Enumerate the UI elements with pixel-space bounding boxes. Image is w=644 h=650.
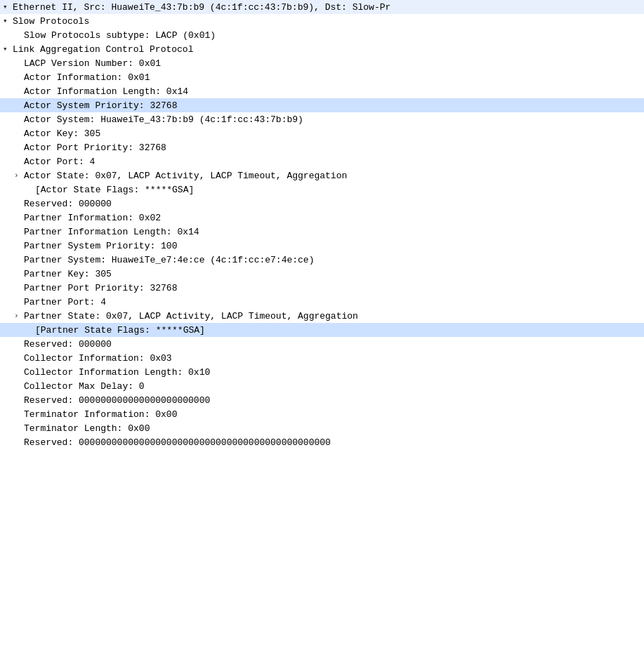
expand-icon: › bbox=[14, 171, 22, 180]
tree-row[interactable]: Collector Information: 0x03 bbox=[0, 351, 644, 365]
tree-row[interactable]: Partner System Priority: 100 bbox=[0, 239, 644, 253]
row-text: Reserved: 000000 bbox=[24, 339, 641, 350]
row-text: Reserved: 000000 bbox=[24, 199, 641, 209]
tree-row[interactable]: ›Partner State: 0x07, LACP Activity, LAC… bbox=[0, 309, 644, 323]
expand-icon: › bbox=[14, 312, 22, 320]
tree-row[interactable]: Partner Information: 0x02 bbox=[0, 211, 644, 225]
tree-row[interactable]: ▾Link Aggregation Control Protocol bbox=[0, 42, 644, 56]
row-text: Partner Information: 0x02 bbox=[24, 213, 641, 223]
tree-row[interactable]: Actor Port: 4 bbox=[0, 154, 644, 168]
row-text: Partner Port Priority: 32768 bbox=[24, 283, 641, 293]
row-text: Ethernet II, Src: HuaweiTe_43:7b:b9 (4c:… bbox=[13, 2, 641, 13]
collapse-icon: ▾ bbox=[3, 3, 11, 11]
tree-row[interactable]: Terminator Length: 0x00 bbox=[0, 421, 644, 435]
tree-row[interactable]: ▾Slow Protocols bbox=[0, 14, 644, 28]
tree-row[interactable]: Slow Protocols subtype: LACP (0x01) bbox=[0, 28, 644, 42]
tree-row[interactable]: ▾Ethernet II, Src: HuaweiTe_43:7b:b9 (4c… bbox=[0, 0, 644, 14]
row-text: Partner Port: 4 bbox=[24, 297, 641, 307]
tree-row[interactable]: Partner Port: 4 bbox=[0, 295, 644, 309]
row-text: Actor Port Priority: 32768 bbox=[24, 142, 641, 153]
tree-row[interactable]: Partner Information Length: 0x14 bbox=[0, 225, 644, 239]
tree-row[interactable]: Reserved: 000000000000000000000000 bbox=[0, 393, 644, 407]
tree-row[interactable]: Reserved: 000000000000000000000000000000… bbox=[0, 435, 644, 449]
row-text: [Actor State Flags: *****GSA] bbox=[35, 185, 641, 195]
tree-row[interactable]: Actor Information Length: 0x14 bbox=[0, 84, 644, 98]
row-text: Link Aggregation Control Protocol bbox=[13, 44, 641, 55]
tree-row[interactable]: Partner Key: 305 bbox=[0, 267, 644, 281]
row-text: LACP Version Number: 0x01 bbox=[24, 58, 641, 69]
row-text: Actor System: HuaweiTe_43:7b:b9 (4c:1f:c… bbox=[24, 114, 641, 125]
row-text: Actor Port: 4 bbox=[24, 157, 641, 167]
tree-row[interactable]: LACP Version Number: 0x01 bbox=[0, 56, 644, 70]
row-text: Partner State: 0x07, LACP Activity, LACP… bbox=[24, 311, 641, 321]
tree-row[interactable]: Collector Information Length: 0x10 bbox=[0, 365, 644, 379]
row-text: Partner System Priority: 100 bbox=[24, 241, 641, 251]
row-text: Partner Key: 305 bbox=[24, 269, 641, 279]
row-text: Collector Information: 0x03 bbox=[24, 353, 641, 364]
row-text: Actor State: 0x07, LACP Activity, LACP T… bbox=[24, 171, 641, 181]
row-text: Terminator Length: 0x00 bbox=[24, 423, 641, 434]
packet-tree: ▾Ethernet II, Src: HuaweiTe_43:7b:b9 (4c… bbox=[0, 0, 644, 449]
collapse-icon: ▾ bbox=[3, 45, 11, 53]
row-text: Reserved: 000000000000000000000000 bbox=[24, 395, 641, 406]
tree-row[interactable]: Terminator Information: 0x00 bbox=[0, 407, 644, 421]
tree-row[interactable]: Partner System: HuaweiTe_e7:4e:ce (4c:1f… bbox=[0, 253, 644, 267]
row-text: Actor Key: 305 bbox=[24, 128, 641, 139]
tree-row[interactable]: Actor Key: 305 bbox=[0, 126, 644, 140]
collapse-icon: ▾ bbox=[3, 17, 11, 25]
tree-row[interactable]: ›Actor State: 0x07, LACP Activity, LACP … bbox=[0, 168, 644, 183]
row-text: Terminator Information: 0x00 bbox=[24, 409, 641, 420]
tree-row[interactable]: Reserved: 000000 bbox=[0, 337, 644, 351]
tree-row[interactable]: Actor System Priority: 32768 bbox=[0, 98, 644, 112]
row-text: Collector Information Length: 0x10 bbox=[24, 367, 641, 378]
tree-row[interactable]: Partner Port Priority: 32768 bbox=[0, 281, 644, 295]
row-text: Slow Protocols subtype: LACP (0x01) bbox=[24, 30, 641, 41]
row-text: Partner System: HuaweiTe_e7:4e:ce (4c:1f… bbox=[24, 255, 641, 265]
tree-row[interactable]: Actor System: HuaweiTe_43:7b:b9 (4c:1f:c… bbox=[0, 112, 644, 126]
tree-row[interactable]: [Actor State Flags: *****GSA] bbox=[0, 183, 644, 197]
row-text: Actor System Priority: 32768 bbox=[24, 100, 641, 111]
tree-row[interactable]: [Partner State Flags: *****GSA] bbox=[0, 323, 644, 337]
row-text: Reserved: 000000000000000000000000000000… bbox=[24, 437, 641, 448]
tree-row[interactable]: Actor Port Priority: 32768 bbox=[0, 140, 644, 154]
tree-row[interactable]: Actor Information: 0x01 bbox=[0, 70, 644, 84]
row-text: Slow Protocols bbox=[13, 16, 641, 27]
row-text: [Partner State Flags: *****GSA] bbox=[35, 325, 641, 336]
row-text: Actor Information Length: 0x14 bbox=[24, 86, 641, 97]
row-text: Actor Information: 0x01 bbox=[24, 72, 641, 83]
tree-row[interactable]: Collector Max Delay: 0 bbox=[0, 379, 644, 393]
row-text: Collector Max Delay: 0 bbox=[24, 381, 641, 392]
row-text: Partner Information Length: 0x14 bbox=[24, 227, 641, 237]
tree-row[interactable]: Reserved: 000000 bbox=[0, 197, 644, 211]
